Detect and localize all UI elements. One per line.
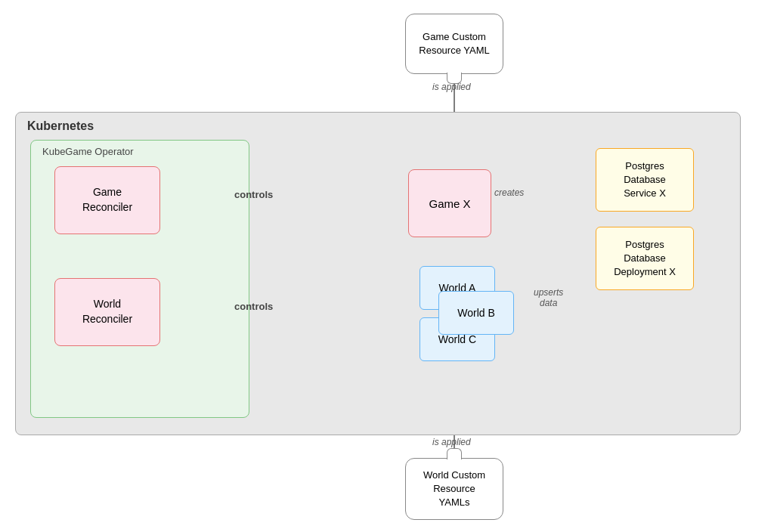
is-applied-bottom-label: is applied <box>432 437 471 447</box>
is-applied-top-label: is applied <box>432 82 471 92</box>
game-x-box: Game X <box>408 169 491 237</box>
creates-label: creates <box>494 187 524 198</box>
game-yaml-box: Game Custom Resource YAML <box>405 14 503 74</box>
diagram-container: Kubernetes KubeGame Operator Game Custom… <box>0 0 774 532</box>
operator-label: KubeGame Operator <box>42 146 134 157</box>
world-reconciler-box: World Reconciler <box>54 278 160 346</box>
world-b-box: World B <box>438 291 514 335</box>
postgres-service-box: Postgres Database Service X <box>596 148 694 212</box>
postgres-deployment-box: Postgres Database Deployment X <box>596 227 694 290</box>
upserts-label: upserts data <box>534 287 563 308</box>
world-yaml-box: World Custom Resource YAMLs <box>405 458 503 520</box>
controls-label-1: controls <box>234 189 273 200</box>
game-reconciler-box: Game Reconciler <box>54 166 160 234</box>
kubernetes-label: Kubernetes <box>27 119 94 133</box>
controls-label-2: controls <box>234 301 273 312</box>
